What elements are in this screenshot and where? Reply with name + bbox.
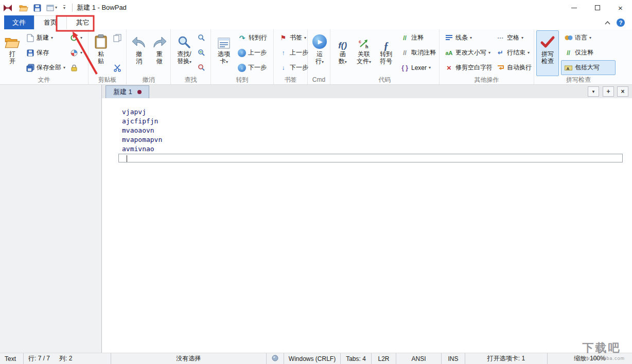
statusbar-direction[interactable]: L2R [372, 353, 396, 364]
quickaccess-customize-button[interactable]: ▾ [62, 5, 65, 10]
editor-line: mvapomapvn [122, 135, 632, 144]
paste-button[interactable]: 粘贴 [91, 30, 111, 76]
group-label-bookmarks: 书签 [274, 76, 307, 84]
goto-symbol-button[interactable]: ƒ 转到符号 [375, 30, 397, 76]
uppercase-icon: A [564, 63, 573, 72]
group-label-file: 文件 [0, 76, 88, 84]
readonly-button[interactable] [68, 60, 85, 75]
maximize-button[interactable] [586, 0, 609, 15]
change-case-button[interactable]: aA 更改大小写▾ [442, 45, 493, 60]
lines-icon [445, 33, 453, 42]
related-files-button[interactable]: ch 关联文件▾ [353, 30, 375, 76]
statusbar-indicator[interactable] [267, 353, 284, 364]
document-tab-new1[interactable]: 新建 1 [106, 85, 149, 98]
line-ending-button[interactable]: ↵ 行结束▾ [493, 45, 533, 60]
bookmark-prev-button[interactable]: ↑ 上一步 [276, 45, 307, 60]
help-button[interactable]: ? [617, 19, 625, 27]
chevron-down-icon: ▾ [63, 5, 65, 10]
status-indicator-icon [272, 355, 278, 363]
maximize-icon [595, 5, 600, 10]
quickaccess-save-button[interactable] [33, 4, 41, 12]
comment-icon: // [400, 33, 409, 42]
quickaccess-panel-button[interactable]: ▾ [46, 5, 57, 11]
copy-icon [113, 33, 121, 42]
titlebar: ▾ ▾ 新建 1 - BowPad × [0, 0, 632, 15]
ribbon-collapse-button[interactable] [605, 19, 610, 26]
word-wrap-button[interactable]: 自动换行 [493, 60, 533, 75]
goto-prev-button[interactable]: ↑ 上一步 [235, 45, 272, 60]
include-uppercase-button[interactable]: A 包括大写 [561, 60, 616, 75]
clipboard-paste-icon [95, 32, 107, 49]
run-button[interactable]: ▶ 运行▾ [310, 30, 329, 76]
chevron-down-icon: ▾ [528, 51, 530, 55]
chevron-down-icon: ▾ [80, 36, 82, 40]
cut-button[interactable] [111, 60, 126, 75]
ribbon-tab-other[interactable]: 其它 [67, 15, 99, 29]
spaces-button[interactable]: ··· 空格▾ [493, 30, 533, 45]
save-all-button[interactable]: 保存全部▾ [23, 60, 68, 75]
lines-button[interactable]: 线条▾ [442, 30, 493, 45]
bookmark-prev-icon: ↑ [279, 48, 288, 57]
find-next-button[interactable] [196, 30, 210, 45]
ribbon-group-find: 查找/替换▾ 查找 [171, 29, 211, 84]
reload-icon [69, 33, 78, 42]
goto-next-button[interactable]: ↓ 下一步 [235, 60, 272, 75]
tab-list-button[interactable]: ▼ [588, 86, 599, 97]
statusbar-tabs[interactable]: Tabs: 4 [341, 353, 372, 364]
comment-button[interactable]: // 注释 [397, 30, 438, 45]
uncomment-button[interactable]: // 取消注释 [397, 45, 438, 60]
spell-check-button[interactable]: 拼写检查 [536, 30, 559, 76]
spaces-icon: ··· [496, 33, 505, 42]
new-button[interactable]: 新建▾ [23, 30, 68, 45]
close-button[interactable]: × [609, 0, 632, 15]
status-bar: Text 行: 7 / 7 列: 2 没有选择 Windows (CRLF) T… [0, 353, 632, 364]
lexer-button[interactable]: { } Lexer▾ [397, 60, 438, 75]
quickaccess-open-button[interactable] [19, 4, 28, 12]
text-caret [127, 155, 127, 162]
ribbon-group-cmd: ▶ 运行▾ Cmd [308, 29, 330, 84]
bookmark-next-button[interactable]: ↓ 下一步 [276, 60, 307, 75]
encoding-button[interactable]: ▾ [68, 45, 85, 60]
statusbar-line: 行: 7 / 7 [28, 354, 50, 363]
group-label-undo: 撤消 [127, 76, 170, 84]
redo-button[interactable]: 重做 [149, 30, 170, 76]
tab-options-button[interactable]: 选项卡▾ [213, 30, 235, 76]
function-button[interactable]: f() 函数▾ [332, 30, 353, 76]
open-button[interactable]: 打开 [2, 30, 23, 76]
close-tab-button[interactable]: × [617, 86, 628, 97]
comments-only-button[interactable]: // 仅注释 [561, 45, 616, 60]
undo-button[interactable]: 撤消 [129, 30, 149, 76]
window-title: 新建 1 - BowPad [77, 3, 127, 12]
trim-whitespace-button[interactable]: × 修剪空白字符 [442, 60, 493, 75]
find-replace-button[interactable]: 查找/替换▾ [173, 30, 196, 76]
bookmark-button[interactable]: ⚑ 书签▾ [276, 30, 307, 45]
save-button[interactable]: 保存 [23, 45, 68, 60]
new-file-icon [26, 33, 34, 42]
goto-line-button[interactable]: ↷ 转到行 [235, 30, 272, 45]
find-mark-button[interactable] [196, 60, 210, 75]
copy-button[interactable] [111, 30, 126, 45]
scissors-icon [113, 63, 121, 72]
up-circle-icon: ↑ [238, 49, 246, 57]
reload-button[interactable]: ▾ [68, 30, 85, 45]
language-button[interactable]: 语言▾ [561, 30, 616, 45]
current-line-highlight [118, 154, 623, 162]
save-icon [26, 48, 34, 57]
new-tab-button[interactable]: + [603, 86, 614, 97]
editor-surface[interactable]: vjapvj ajcfipfjn mvaoaovn mvapomapvn avm… [102, 98, 632, 353]
find-prev-button[interactable] [196, 45, 210, 60]
statusbar-eol[interactable]: Windows (CRLF) [284, 353, 341, 364]
statusbar-insert-mode[interactable]: INS [442, 353, 465, 364]
chevron-down-icon: ▾ [589, 36, 591, 40]
minimize-button[interactable] [563, 0, 586, 15]
statusbar-zoom[interactable]: 缩放: 100% [548, 353, 632, 364]
ribbon-tab-home[interactable]: 首页 [34, 15, 67, 29]
ribbon-tab-file[interactable]: 文件 [4, 15, 34, 29]
statusbar-doctype[interactable]: Text [0, 353, 24, 364]
statusbar-encoding[interactable]: ANSI [396, 353, 442, 364]
goto-line-icon: ↷ [238, 33, 247, 42]
statusbar-position: 行: 7 / 7 列: 2 [24, 353, 111, 364]
encoding-icon [69, 48, 78, 57]
modified-dot-icon [137, 90, 142, 94]
chevron-down-icon: ▾ [322, 60, 324, 64]
